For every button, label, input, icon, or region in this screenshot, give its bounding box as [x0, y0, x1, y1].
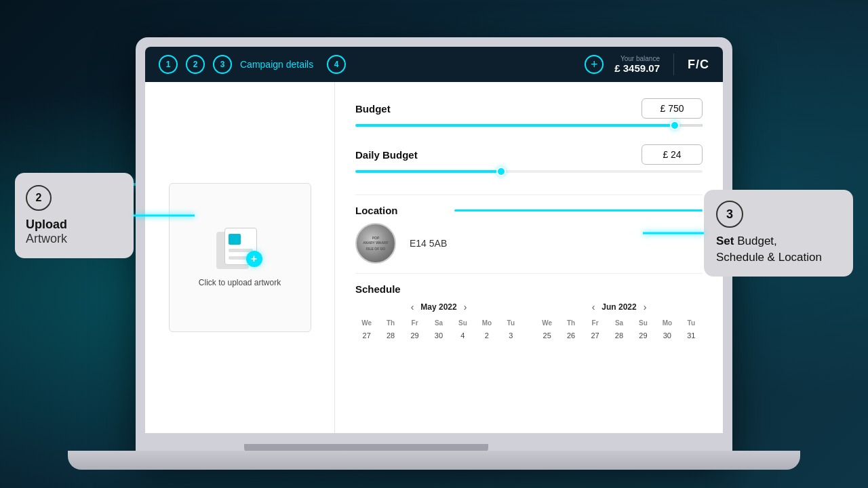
callout-upload-artwork: 2 Upload Artwork [15, 173, 134, 258]
location-line [454, 209, 703, 211]
nav-bar: 1 2 3 Campaign details 4 + Your balance … [145, 47, 723, 82]
jun-day-29[interactable]: 29 [632, 329, 654, 342]
may-day-29[interactable]: 29 [403, 329, 426, 342]
location-label: Location [355, 205, 443, 216]
callout-left-light: Artwork [26, 232, 67, 245]
step-4[interactable]: 4 [327, 55, 346, 74]
cal-may-next[interactable]: › [464, 302, 467, 312]
daily-slider-thumb[interactable] [496, 167, 506, 176]
document-image-block [229, 234, 241, 245]
daily-budget-label: Daily Budget [355, 149, 443, 161]
callout-budget-location: 3 Set Budget,Schedule & Location [704, 190, 853, 277]
callout-left-title: Upload Artwork [26, 218, 123, 246]
may-day-2[interactable]: 2 [475, 329, 498, 342]
laptop-base [68, 451, 800, 470]
jun-day-26[interactable]: 26 [559, 329, 582, 342]
may-day-28[interactable]: 28 [379, 329, 401, 342]
step-1[interactable]: 1 [159, 55, 178, 74]
schedule-label: Schedule [355, 283, 703, 295]
cal-day-su: Su [452, 318, 474, 328]
callout-left-connector [134, 215, 195, 217]
main-content: + Click to upload artwork Budget £ 750 [145, 82, 723, 433]
cal-may-title: May 2022 [420, 302, 456, 312]
may-day-30[interactable]: 30 [427, 329, 450, 342]
daily-budget-row: Daily Budget £ 24 [355, 144, 703, 165]
step-label: Campaign details [240, 59, 313, 70]
cal-day-th: Th [379, 318, 401, 328]
upload-icon-stack: + [216, 228, 264, 268]
cal-jun-prev[interactable]: ‹ [592, 302, 595, 312]
cal-may-grid: We Th Fr Sa Su Mo Tu 27 28 29 30 4 [355, 318, 522, 342]
cal-may-prev[interactable]: ‹ [411, 302, 414, 312]
cal-day-fr: Fr [403, 318, 426, 328]
balance-block: Your balance £ 3459.07 [614, 55, 660, 74]
cal-jun-day-mo: Mo [656, 318, 678, 328]
may-day-3[interactable]: 3 [500, 329, 522, 342]
balance-section: + Your balance £ 3459.07 [585, 55, 660, 74]
left-panel: + Click to upload artwork [145, 82, 335, 433]
upload-click-text: Click to upload artwork [199, 278, 281, 287]
budget-value[interactable]: £ 750 [642, 98, 703, 119]
step-3-active[interactable]: 3 [213, 55, 232, 74]
cal-jun-grid: We Th Fr Sa Su Mo Tu 25 26 27 28 29 [536, 318, 703, 342]
daily-budget-value[interactable]: £ 24 [642, 144, 703, 165]
cal-may-header: ‹ May 2022 › [355, 302, 522, 312]
budget-slider-track [355, 124, 703, 127]
cal-jun-title: Jun 2022 [601, 302, 636, 312]
cal-jun-day-su: Su [632, 318, 654, 328]
budget-label: Budget [355, 103, 443, 115]
jun-day-31[interactable]: 31 [680, 329, 703, 342]
cal-jun-day-sa: Sa [608, 318, 630, 328]
right-panel: Budget £ 750 Daily Budget £ 24 [335, 82, 723, 433]
callout-right-text: Set Budget,Schedule & Location [716, 233, 841, 266]
location-map-thumbnail[interactable]: POP ANARY WHARF ISLE OF DO [355, 223, 396, 264]
budget-row: Budget £ 750 [355, 98, 703, 119]
balance-label: Your balance [614, 55, 660, 62]
location-section-row: Location [355, 205, 703, 216]
jun-day-25[interactable]: 25 [536, 329, 558, 342]
laptop-body: 1 2 3 Campaign details 4 + Your balance … [136, 37, 732, 458]
divider-1 [355, 195, 703, 195]
step-2[interactable]: 2 [186, 55, 205, 74]
balance-amount: £ 3459.07 [614, 62, 660, 74]
location-row: POP ANARY WHARF ISLE OF DO E14 5AB [355, 223, 703, 264]
add-funds-button[interactable]: + [585, 55, 604, 74]
map-inner-text: POP ANARY WHARF ISLE OF DO [363, 236, 389, 251]
cal-day-mo: Mo [475, 318, 498, 328]
cal-jun-day-tu: Tu [680, 318, 703, 328]
budget-slider-container[interactable] [355, 124, 703, 131]
cal-jun-day-fr: Fr [584, 318, 606, 328]
callout-right-number: 3 [716, 201, 743, 228]
upload-area[interactable]: + Click to upload artwork [169, 183, 311, 332]
budget-slider-thumb[interactable] [670, 121, 679, 130]
cal-day-tu: Tu [500, 318, 522, 328]
callout-left-bold: Upload [26, 218, 67, 231]
may-day-4[interactable]: 4 [452, 329, 474, 342]
calendar-may: ‹ May 2022 › We Th Fr Sa Su Mo Tu [355, 302, 522, 342]
callout-right-connector [643, 232, 704, 234]
cal-jun-day-we: We [536, 318, 558, 328]
jun-day-30[interactable]: 30 [656, 329, 678, 342]
callout-right-bold: Set [716, 235, 734, 247]
may-day-27[interactable]: 27 [355, 329, 378, 342]
jun-day-27[interactable]: 27 [584, 329, 606, 342]
logo: F/C [688, 58, 709, 72]
nav-divider [673, 54, 674, 75]
laptop-screen: 1 2 3 Campaign details 4 + Your balance … [145, 47, 723, 433]
callout-left-number: 2 [26, 185, 52, 211]
calendar-jun: ‹ Jun 2022 › We Th Fr Sa Su Mo Tu [536, 302, 703, 342]
calendar-container: ‹ May 2022 › We Th Fr Sa Su Mo Tu [355, 302, 703, 342]
cal-jun-header: ‹ Jun 2022 › [536, 302, 703, 312]
cal-jun-next[interactable]: › [644, 302, 647, 312]
location-postcode: E14 5AB [410, 238, 447, 249]
cal-day-sa: Sa [427, 318, 450, 328]
daily-budget-slider-container[interactable] [355, 170, 703, 181]
jun-day-28[interactable]: 28 [608, 329, 630, 342]
cal-day-we: We [355, 318, 378, 328]
upload-plus-icon: + [246, 251, 262, 267]
divider-2 [355, 273, 703, 274]
daily-slider-fill [355, 170, 501, 173]
cal-jun-day-th: Th [559, 318, 582, 328]
